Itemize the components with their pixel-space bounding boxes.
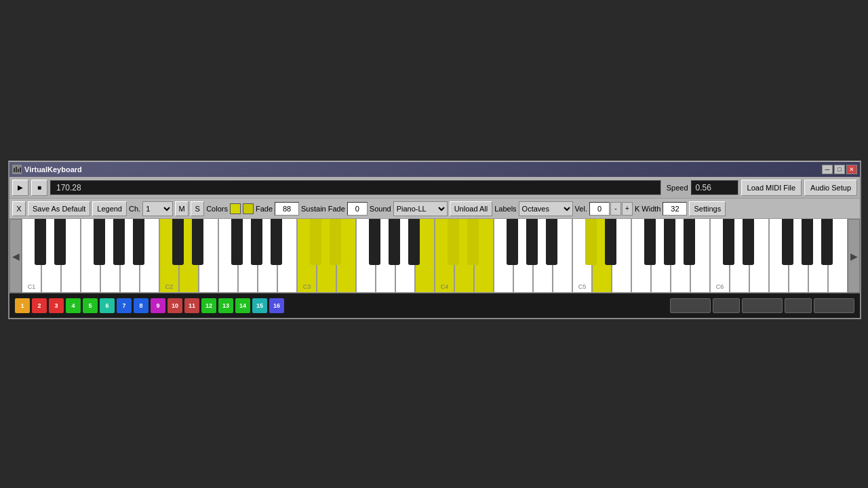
title-bar: VirtualKeyboard ─ □ ✕ bbox=[9, 162, 860, 177]
black-key[interactable] bbox=[192, 219, 203, 265]
black-key[interactable] bbox=[251, 219, 262, 265]
black-key[interactable] bbox=[133, 219, 144, 265]
piano-container: ◀ C1C2C3C4C5C6 ▶ bbox=[9, 219, 860, 293]
kwidth-input[interactable] bbox=[663, 202, 687, 216]
kwidth-label: K Width bbox=[635, 205, 661, 213]
black-key[interactable] bbox=[113, 219, 125, 265]
piano-keys-area: C1C2C3C4C5C6 bbox=[22, 219, 848, 293]
m-button[interactable]: M bbox=[175, 201, 189, 216]
midi-indicator-2 bbox=[713, 298, 740, 313]
sound-select[interactable]: Piano-LL bbox=[393, 201, 448, 216]
sound-label: Sound bbox=[370, 205, 391, 213]
controls-bar: X Save As Default Legend Ch. 123 M S Col… bbox=[9, 199, 860, 219]
black-key[interactable] bbox=[389, 219, 400, 265]
black-key[interactable] bbox=[448, 219, 459, 265]
color-swatch-1[interactable] bbox=[230, 203, 241, 214]
channel-button-1[interactable]: 1 bbox=[15, 298, 30, 313]
svg-rect-0 bbox=[14, 168, 15, 172]
unload-all-button[interactable]: Unload All bbox=[450, 201, 493, 216]
labels-select[interactable]: Octaves bbox=[519, 201, 573, 216]
ch-select[interactable]: 123 bbox=[142, 201, 173, 216]
vel-minus-button[interactable]: - bbox=[610, 202, 621, 216]
load-midi-button[interactable]: Load MIDI File bbox=[741, 180, 802, 196]
black-key[interactable] bbox=[605, 219, 616, 265]
channel-button-16[interactable]: 16 bbox=[269, 298, 284, 313]
channel-button-15[interactable]: 15 bbox=[252, 298, 267, 313]
save-default-button[interactable]: Save As Default bbox=[28, 201, 90, 216]
black-key[interactable] bbox=[585, 219, 597, 265]
channel-button-14[interactable]: 14 bbox=[235, 298, 250, 313]
channel-button-12[interactable]: 12 bbox=[201, 298, 216, 313]
piano-nav-right[interactable]: ▶ bbox=[848, 219, 860, 293]
black-key[interactable] bbox=[231, 219, 243, 265]
x-button[interactable]: X bbox=[12, 201, 26, 216]
black-key[interactable] bbox=[743, 219, 754, 265]
black-key[interactable] bbox=[330, 219, 341, 265]
restore-button[interactable]: □ bbox=[834, 165, 845, 174]
black-key[interactable] bbox=[546, 219, 557, 265]
black-key[interactable] bbox=[821, 219, 833, 265]
black-key[interactable] bbox=[310, 219, 321, 265]
legend-button[interactable]: Legend bbox=[92, 201, 127, 216]
black-key[interactable] bbox=[684, 219, 695, 265]
speed-number: 0.56 bbox=[696, 183, 711, 192]
channel-button-4[interactable]: 4 bbox=[66, 298, 81, 313]
app-icon bbox=[12, 165, 22, 174]
black-key[interactable] bbox=[507, 219, 518, 265]
piano-nav-left[interactable]: ◀ bbox=[9, 219, 22, 293]
svg-rect-3 bbox=[20, 167, 21, 172]
black-key[interactable] bbox=[35, 219, 46, 265]
minimize-button[interactable]: ─ bbox=[822, 165, 833, 174]
play-button[interactable]: ▶ bbox=[12, 180, 28, 196]
vel-label: Vel. bbox=[575, 205, 587, 213]
black-key[interactable] bbox=[782, 219, 793, 265]
black-key[interactable] bbox=[271, 219, 282, 265]
black-key[interactable] bbox=[467, 219, 479, 265]
speed-value-display: 0.56 bbox=[691, 180, 738, 195]
midi-indicator-1 bbox=[670, 298, 711, 313]
black-key[interactable] bbox=[526, 219, 538, 265]
midi-indicator-3 bbox=[742, 298, 783, 313]
colors-label: Colors bbox=[206, 205, 228, 213]
svg-rect-2 bbox=[18, 169, 19, 172]
channel-button-6[interactable]: 6 bbox=[100, 298, 115, 313]
close-button[interactable]: ✕ bbox=[846, 165, 857, 174]
midi-indicator-5 bbox=[814, 298, 854, 313]
black-key[interactable] bbox=[802, 219, 813, 265]
black-key[interactable] bbox=[408, 219, 420, 265]
black-key[interactable] bbox=[644, 219, 656, 265]
fade-input[interactable] bbox=[275, 202, 299, 216]
position-bar: 170.28 bbox=[50, 180, 661, 195]
vel-plus-button[interactable]: + bbox=[622, 202, 633, 216]
black-key[interactable] bbox=[94, 219, 105, 265]
channel-button-2[interactable]: 2 bbox=[32, 298, 47, 313]
channel-button-5[interactable]: 5 bbox=[83, 298, 98, 313]
speed-label: Speed bbox=[667, 184, 688, 192]
labels-label: Labels bbox=[494, 205, 516, 213]
channel-button-3[interactable]: 3 bbox=[49, 298, 64, 313]
color-swatch-2[interactable] bbox=[243, 203, 254, 214]
sustain-fade-label: Sustain Fade bbox=[301, 205, 345, 213]
black-key[interactable] bbox=[664, 219, 675, 265]
channel-button-10[interactable]: 10 bbox=[167, 298, 182, 313]
black-key[interactable] bbox=[369, 219, 380, 265]
black-key[interactable] bbox=[54, 219, 66, 265]
sustain-fade-input[interactable] bbox=[347, 202, 368, 216]
audio-setup-button[interactable]: Audio Setup bbox=[804, 180, 857, 196]
channel-button-9[interactable]: 9 bbox=[151, 298, 165, 313]
channel-button-7[interactable]: 7 bbox=[117, 298, 132, 313]
transport-bar: ▶ ■ 170.28 Speed 0.56 Load MIDI File Aud… bbox=[9, 177, 860, 199]
channel-button-8[interactable]: 8 bbox=[134, 298, 149, 313]
midi-indicator-4 bbox=[785, 298, 812, 313]
svg-rect-1 bbox=[16, 167, 17, 172]
black-key[interactable] bbox=[723, 219, 734, 265]
s-button[interactable]: S bbox=[191, 201, 204, 216]
black-key[interactable] bbox=[172, 219, 184, 265]
vel-input[interactable] bbox=[589, 202, 610, 216]
app-window: VirtualKeyboard ─ □ ✕ ▶ ■ 170.28 Speed 0… bbox=[8, 161, 861, 319]
channel-bar: 12345678910111213141516 bbox=[9, 293, 860, 318]
stop-button[interactable]: ■ bbox=[31, 180, 47, 196]
channel-button-11[interactable]: 11 bbox=[184, 298, 199, 313]
channel-button-13[interactable]: 13 bbox=[218, 298, 233, 313]
settings-button[interactable]: Settings bbox=[689, 201, 726, 216]
